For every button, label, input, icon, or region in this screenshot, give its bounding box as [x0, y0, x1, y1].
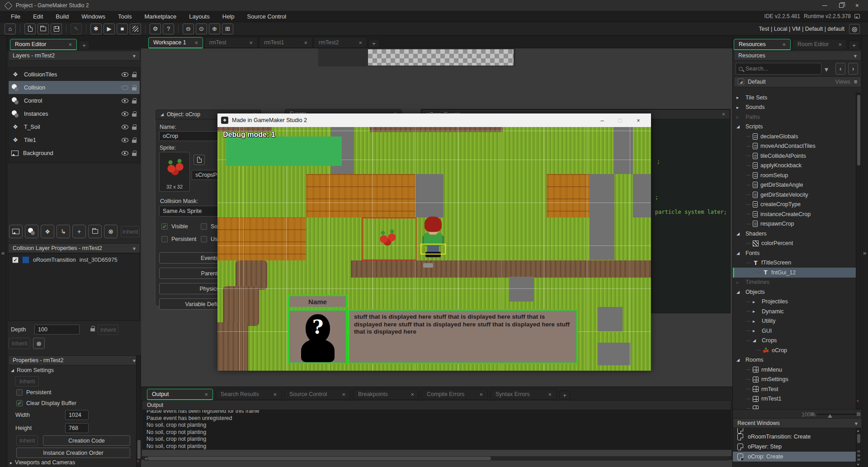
game-close-icon[interactable] — [629, 117, 647, 124]
persistent-checkbox[interactable] — [16, 389, 23, 396]
tree-paths[interactable]: Paths — [733, 112, 856, 122]
tree-script-applyknockback[interactable]: applyKnockback — [733, 161, 856, 171]
menu-layouts[interactable]: Layouts — [183, 13, 216, 20]
tab-syntax-errors[interactable]: Syntax Errors — [491, 389, 557, 400]
layer-background[interactable]: Background — [9, 146, 140, 160]
tree-script-roomsetup[interactable]: roomSetup — [733, 170, 856, 180]
scroll-up-icon[interactable] — [857, 429, 859, 433]
room-settings-row[interactable]: Room Settings — [11, 367, 54, 373]
tab-workspace-1[interactable]: Workspace 1 — [148, 37, 203, 48]
tab-room-editor[interactable]: Room Editor — [10, 39, 77, 50]
add-layer-button[interactable] — [72, 225, 86, 238]
menu-help[interactable]: Help — [216, 13, 241, 20]
tab-source-control[interactable]: Source Control — [284, 389, 350, 400]
instance-creation-order-button[interactable]: Instance Creation Order — [16, 448, 130, 458]
add-background-layer-button[interactable] — [9, 225, 23, 238]
tree-room-rmsettings[interactable]: rmSettings — [733, 375, 856, 385]
output-log[interactable]: Pause event has been registered for this… — [142, 410, 731, 450]
target-manager-icon[interactable] — [849, 24, 860, 34]
menu-marketplace[interactable]: Marketplace — [138, 13, 183, 20]
tree-script-respawncrop[interactable]: respawnCrop — [733, 219, 856, 229]
tree-tile-sets[interactable]: Tile Sets — [733, 93, 856, 103]
layer-instances[interactable]: Instances — [9, 107, 140, 120]
collision-layer-properties-header[interactable]: Collision Layer Properties - rmTest2 — [8, 243, 140, 253]
instance-checkbox[interactable] — [12, 257, 19, 263]
zoom-out-button[interactable] — [183, 24, 194, 34]
scroll-down-icon[interactable] — [857, 462, 859, 467]
default-view-row[interactable]: Default Views — [734, 76, 861, 87]
left-panel-scrollbar[interactable] — [136, 355, 141, 467]
height-input[interactable]: 768 — [65, 423, 89, 433]
game-minimize-icon[interactable]: – — [593, 117, 611, 124]
views-menu-icon[interactable] — [854, 79, 857, 85]
close-icon[interactable] — [342, 391, 345, 398]
layer-collisiontiles[interactable]: CollisionTiles — [9, 68, 140, 81]
persistent-checkbox[interactable] — [161, 236, 168, 242]
clean-button[interactable] — [130, 24, 141, 34]
visibility-eye-icon[interactable] — [122, 151, 128, 156]
search-prev-button[interactable] — [835, 63, 845, 75]
tree-fonts[interactable]: Fonts — [733, 248, 856, 258]
close-icon[interactable] — [855, 3, 859, 8]
solid-checkbox[interactable] — [201, 223, 207, 230]
log-selected-row[interactable] — [142, 450, 731, 456]
game-viewport[interactable]: Debug mode: 1 Name ? stuff that is displ… — [217, 127, 651, 371]
close-icon[interactable] — [722, 111, 725, 118]
tab-rmtest1[interactable]: rmTest1 — [259, 37, 312, 48]
stop-button[interactable] — [117, 24, 128, 34]
new-project-button[interactable] — [24, 24, 36, 34]
close-icon[interactable] — [782, 41, 786, 48]
lock-icon[interactable] — [132, 72, 137, 77]
tab-breakpoints[interactable]: Breakpoints — [353, 389, 419, 400]
sprite-preview-box[interactable]: 32 x 32 — [159, 152, 190, 192]
tree-objects-dynamic[interactable]: Dynamic — [733, 307, 856, 316]
home-button[interactable] — [5, 24, 16, 34]
close-icon[interactable] — [273, 391, 277, 398]
tree-shaders[interactable]: Shaders — [733, 229, 856, 239]
feedback-icon[interactable] — [854, 14, 860, 19]
add-instance-layer-button[interactable] — [25, 225, 38, 238]
width-input[interactable]: 1024 — [65, 410, 89, 420]
debug-button[interactable] — [90, 24, 102, 34]
layer-tile1[interactable]: Tile1 — [9, 133, 140, 146]
tree-script-tilecollideatpoints[interactable]: tileCollideAtPoints — [733, 151, 856, 161]
close-icon[interactable] — [838, 41, 842, 48]
tree-font-ftitlescreen[interactable]: fTitleScreen — [733, 258, 856, 268]
search-input[interactable]: Search... — [736, 63, 821, 75]
tab-resources[interactable]: Resources — [734, 39, 791, 50]
tree-objects[interactable]: Objects — [733, 287, 856, 297]
visible-checkbox[interactable] — [161, 223, 168, 230]
tree-script-instancecreatecrop[interactable]: instanceCreateCrop — [733, 209, 856, 219]
close-icon[interactable] — [304, 39, 307, 46]
help-button[interactable] — [163, 24, 174, 34]
visibility-eye-off-icon[interactable] — [122, 85, 128, 90]
close-icon[interactable] — [249, 39, 253, 46]
visibility-eye-icon[interactable] — [122, 72, 128, 77]
tree-object-ocrop[interactable]: oCrop — [733, 345, 856, 355]
menu-build[interactable]: Build — [49, 13, 75, 20]
settings-button[interactable] — [150, 24, 161, 34]
tree-room-rmmenu[interactable]: rmMenu — [733, 365, 856, 375]
lock-icon[interactable] — [132, 85, 137, 90]
depth-input[interactable]: 100 — [34, 325, 80, 335]
close-icon[interactable] — [479, 391, 483, 398]
close-icon[interactable] — [204, 391, 208, 398]
visibility-eye-icon[interactable] — [122, 138, 128, 142]
collapse-left-icon[interactable] — [1, 250, 5, 256]
clear-inherit-button[interactable] — [33, 338, 45, 349]
tree-rooms[interactable]: Rooms — [733, 355, 856, 365]
instance-color-swatch[interactable] — [22, 256, 29, 264]
tab-compile-errors[interactable]: Compile Errors — [422, 389, 488, 400]
lock-icon[interactable] — [132, 111, 137, 117]
creation-code-button[interactable]: Creation Code — [43, 435, 130, 446]
tree-objects-utility[interactable]: Utility — [733, 316, 856, 326]
zoom-in-button[interactable] — [209, 24, 220, 34]
instance-object-name[interactable]: oRoomTransition — [33, 257, 76, 263]
new-sprite-button[interactable] — [193, 155, 205, 165]
save-project-button[interactable] — [51, 24, 62, 34]
close-icon[interactable] — [194, 39, 198, 46]
recent-item-partial[interactable] — [733, 428, 856, 432]
tree-font-fntgui12[interactable]: fntGui_12 — [733, 268, 856, 278]
close-icon[interactable] — [548, 391, 552, 398]
search-options-icon[interactable] — [825, 65, 828, 74]
